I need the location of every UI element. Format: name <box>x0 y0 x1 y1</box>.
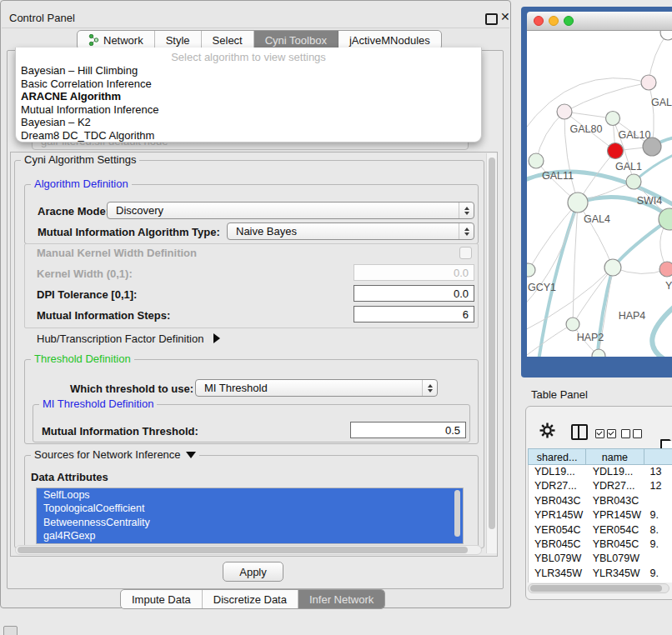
network-node-gal10[interactable] <box>606 112 620 126</box>
gear-icon[interactable] <box>539 422 555 442</box>
dpi-tolerance-field[interactable]: 0.0 <box>354 285 474 302</box>
column-header-name[interactable]: name <box>586 448 644 465</box>
node-label-gal80: GAL80 <box>570 123 603 135</box>
table-row[interactable]: YDR27...YDR27...12 <box>529 479 672 493</box>
expanded-arrow-icon[interactable] <box>186 452 196 458</box>
table-cell: YBR045C <box>587 538 644 552</box>
attribute-item-selfloops[interactable]: SelfLoops <box>37 488 463 502</box>
scrollbar-thumb[interactable] <box>18 547 468 553</box>
tab-discretize-data[interactable]: Discretize Data <box>203 590 298 608</box>
network-edge[interactable] <box>529 202 578 270</box>
network-edge[interactable] <box>564 82 649 112</box>
network-icon <box>88 34 99 46</box>
table-cell: YIL052C <box>587 581 644 582</box>
table-row[interactable]: YLR345WYLR345W9. <box>529 567 672 581</box>
aracne-mode-combobox[interactable]: Discovery <box>107 202 474 219</box>
table-cell: 9. <box>644 508 672 522</box>
network-node-gal[interactable] <box>641 75 656 90</box>
scrollbar-thumb[interactable] <box>530 585 662 592</box>
network-node-gal11[interactable] <box>529 153 544 168</box>
network-edge[interactable] <box>573 202 578 324</box>
mac-close-icon[interactable] <box>534 16 544 26</box>
spinner-arrows-icon[interactable] <box>459 202 474 218</box>
scrollbar-thumb[interactable] <box>489 158 495 529</box>
network-edge[interactable] <box>578 202 613 268</box>
network-canvas[interactable]: GALGAL80GAL10GAL1GAL11SWI4GAL4GCY1HAP4YH… <box>527 31 672 357</box>
spinner-arrows-icon[interactable] <box>459 223 474 239</box>
network-edge[interactable] <box>649 32 668 82</box>
data-attributes-label: Data Attributes <box>31 471 108 483</box>
network-node-hap4[interactable] <box>604 259 621 276</box>
network-node-gal1[interactable] <box>608 143 624 159</box>
network-edge[interactable] <box>536 112 564 161</box>
mac-zoom-icon[interactable] <box>564 16 574 26</box>
tab-cyni-toolbox[interactable]: Cyni Toolbox <box>254 31 339 49</box>
apply-button[interactable]: Apply <box>223 562 283 582</box>
table-cell: YDR27... <box>587 479 644 493</box>
split-columns-icon[interactable] <box>571 424 588 440</box>
mi-steps-field[interactable]: 6 <box>354 306 474 322</box>
close-icon[interactable]: ✕ <box>500 10 510 23</box>
table-row[interactable]: YBR045CYBR045C9. <box>529 538 672 552</box>
network-node-gal4[interactable] <box>568 192 588 212</box>
network-node-y[interactable] <box>659 262 672 277</box>
table-horizontal-scrollbar[interactable] <box>528 583 669 593</box>
kernel-width-label: Kernel Width (0,1): <box>37 268 133 280</box>
network-edge[interactable] <box>527 324 573 357</box>
list-scrollbar-thumb[interactable] <box>454 490 460 537</box>
hub-section-toggle[interactable]: Hub/Transcription Factor Definition <box>37 332 220 345</box>
settings-horizontal-scrollbar[interactable] <box>15 545 482 555</box>
table-cell: 9. <box>644 567 672 581</box>
collapsed-arrow-icon[interactable] <box>213 333 220 343</box>
data-attributes-list[interactable]: SelfLoopsTopologicalCoefficientBetweenne… <box>36 488 464 544</box>
tab-select[interactable]: Select <box>202 31 254 49</box>
column-header-clipped[interactable] <box>644 448 672 465</box>
settings-vertical-scrollbar[interactable] <box>486 153 497 553</box>
column-header-shared[interactable]: shared... <box>528 448 586 465</box>
table-row[interactable]: YBR043CYBR043C <box>529 494 672 508</box>
algorithm-option-dream8-dc-tdc-algorithm[interactable]: Dream8 DC_TDC Algorithm <box>16 129 481 142</box>
algorithm-option-basic-correlation-inference[interactable]: Basic Correlation Inference <box>16 78 481 91</box>
network-window-titlebar[interactable] <box>527 12 672 31</box>
tab-style[interactable]: Style <box>155 31 202 49</box>
attribute-item-betweennesscentrality[interactable]: BetweennessCentrality <box>37 516 463 529</box>
network-node-hap2[interactable] <box>566 318 579 331</box>
select-all-checkboxes-icon[interactable] <box>595 427 619 442</box>
algorithm-option-bayesian-k2[interactable]: Bayesian – K2 <box>16 116 481 129</box>
mi-threshold-field[interactable]: 0.5 <box>350 422 466 438</box>
attribute-item-topologicalcoefficient[interactable]: TopologicalCoefficient <box>37 502 463 515</box>
spinner-arrows-icon[interactable] <box>422 380 437 396</box>
mi-type-combobox[interactable]: Naive Bayes <box>227 222 474 240</box>
network-node-gal80[interactable] <box>557 104 572 119</box>
table-row[interactable]: YIL052CYIL052C9 <box>529 581 672 582</box>
kernel-width-field[interactable]: 0.0 <box>354 264 474 281</box>
network-edge[interactable] <box>652 306 672 357</box>
deselect-all-checkboxes-icon[interactable] <box>621 427 644 442</box>
manual-kernel-checkbox[interactable] <box>459 247 472 259</box>
table-row[interactable]: YBL079WYBL079W <box>529 552 672 566</box>
network-node-gcy1[interactable] <box>527 263 535 277</box>
node-label-gal1: GAL1 <box>615 161 642 172</box>
table-cell: YBL079W <box>529 552 587 566</box>
network-node[interactable] <box>592 349 605 357</box>
mi-steps-label: Mutual Information Steps: <box>37 309 170 322</box>
algorithm-option-mutual-information-inference[interactable]: Mutual Information Inference <box>16 103 481 117</box>
network-node-swi4[interactable] <box>626 174 641 189</box>
docked-panel-icon[interactable] <box>3 626 18 635</box>
algorithm-option-aracne-algorithm[interactable]: ARACNE Algorithm <box>16 90 481 103</box>
attribute-item-gal4rgexp[interactable]: gal4RGexp <box>37 529 463 542</box>
tab-jactivemnodules[interactable]: jActiveMNodules <box>339 31 441 49</box>
mac-minimize-icon[interactable] <box>549 16 559 26</box>
tab-infer-network[interactable]: Infer Network <box>298 590 384 608</box>
which-threshold-combobox[interactable]: MI Threshold <box>195 379 438 397</box>
tab-impute-data[interactable]: Impute Data <box>121 590 203 608</box>
float-window-icon[interactable] <box>485 13 498 25</box>
table-row[interactable]: YER054CYER054C8. <box>529 523 672 538</box>
aracne-mode-label: Aracne Mode: <box>38 205 109 218</box>
tab-network[interactable]: Network <box>78 31 155 49</box>
algorithm-option-bayesian-hill-climbing[interactable]: Bayesian – Hill Climbing <box>16 64 481 78</box>
table-row[interactable]: YPR145WYPR145W9. <box>529 508 672 522</box>
network-node[interactable] <box>660 31 672 40</box>
hub-section-label: Hub/Transcription Factor Definition <box>37 332 203 345</box>
table-row[interactable]: YDL19...YDL19...13 <box>529 465 672 479</box>
